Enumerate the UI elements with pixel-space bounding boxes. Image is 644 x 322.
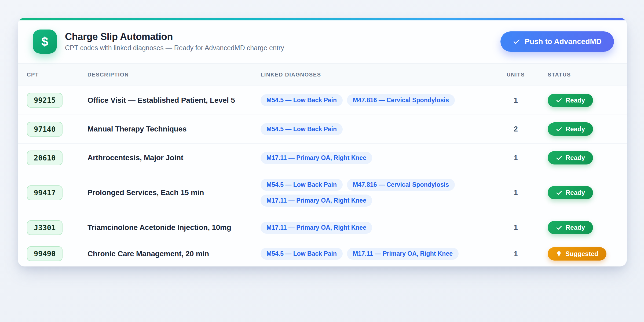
diagnosis-chip: M47.816 — Cervical Spondylosis <box>347 94 455 106</box>
procedure-description: Manual Therapy Techniques <box>87 125 261 133</box>
units-value: 1 <box>498 250 533 258</box>
push-button-label: Push to AdvancedMD <box>525 37 602 46</box>
check-icon <box>556 189 562 196</box>
header-titles: Charge Slip Automation CPT codes with li… <box>65 31 284 52</box>
table-header-row: CPT DESCRIPTION LINKED DIAGNOSES UNITS S… <box>18 63 627 86</box>
cpt-code-pill: 97140 <box>27 122 63 137</box>
linked-diagnoses-list: M54.5 — Low Back Pain <box>261 123 498 135</box>
status-badge-label: Ready <box>566 154 585 162</box>
status-badge-label: Ready <box>566 224 585 231</box>
units-value: 1 <box>498 223 533 232</box>
cpt-cell: 99490 <box>27 246 87 261</box>
status-badge-label: Ready <box>566 189 585 196</box>
linked-diagnoses-list: M54.5 — Low Back PainM47.816 — Cervical … <box>261 179 498 207</box>
linked-diagnoses-list: M17.11 — Primary OA, Right Knee <box>261 222 498 234</box>
column-header-linked-diagnoses: LINKED DIAGNOSES <box>261 72 498 78</box>
cpt-cell: J3301 <box>27 220 87 235</box>
column-header-status: STATUS <box>533 72 618 78</box>
cpt-cell: 99215 <box>27 93 87 108</box>
diagnosis-chip: M17.11 — Primary OA, Right Knee <box>261 222 372 234</box>
status-cell: Suggested <box>533 247 618 261</box>
cpt-cell: 20610 <box>27 151 87 165</box>
diagnosis-chip: M54.5 — Low Back Pain <box>261 94 343 106</box>
accent-gradient-bar <box>18 18 627 20</box>
check-icon <box>556 224 562 231</box>
status-badge: Ready <box>548 186 593 199</box>
status-badge: Suggested <box>548 247 606 261</box>
cpt-code-pill: 20610 <box>27 151 63 165</box>
page-subtitle: CPT codes with linked diagnoses — Ready … <box>65 44 284 52</box>
units-value: 1 <box>498 96 533 105</box>
table-row: 99417 Prolonged Services, Each 15 min M5… <box>18 172 627 213</box>
table-row: 20610 Arthrocentesis, Major Joint M17.11… <box>18 143 627 172</box>
table-row: 97140 Manual Therapy Techniques M54.5 — … <box>18 115 627 143</box>
procedure-description: Prolonged Services, Each 15 min <box>87 188 261 197</box>
charge-slip-card: $ Charge Slip Automation CPT codes with … <box>18 18 627 266</box>
status-cell: Ready <box>533 221 618 234</box>
cpt-code-pill: 99215 <box>27 93 63 108</box>
dollar-icon: $ <box>33 30 57 54</box>
procedure-description: Arthrocentesis, Major Joint <box>87 153 261 162</box>
check-icon <box>556 126 562 133</box>
table-row: 99490 Chronic Care Management, 20 min M5… <box>18 242 627 266</box>
card-header: $ Charge Slip Automation CPT codes with … <box>18 20 627 63</box>
check-icon <box>556 155 562 161</box>
procedure-description: Office Visit — Established Patient, Leve… <box>87 96 261 105</box>
page-title: Charge Slip Automation <box>65 31 284 42</box>
check-icon <box>556 97 562 104</box>
cpt-cell: 97140 <box>27 122 87 137</box>
diagnosis-chip: M54.5 — Low Back Pain <box>261 179 343 191</box>
status-badge: Ready <box>548 122 593 136</box>
bulb-icon <box>556 251 562 257</box>
linked-diagnoses-list: M17.11 — Primary OA, Right Knee <box>261 152 498 164</box>
diagnosis-chip: M54.5 — Low Back Pain <box>261 123 343 135</box>
linked-diagnoses-list: M54.5 — Low Back PainM17.11 — Primary OA… <box>261 248 498 260</box>
status-cell: Ready <box>533 94 618 107</box>
units-value: 1 <box>498 188 533 197</box>
status-cell: Ready <box>533 122 618 136</box>
status-badge: Ready <box>548 94 593 107</box>
units-value: 2 <box>498 125 533 133</box>
table-row: J3301 Triamcinolone Acetonide Injection,… <box>18 213 627 242</box>
status-cell: Ready <box>533 151 618 164</box>
cpt-code-pill: 99490 <box>27 246 63 261</box>
table-row: 99215 Office Visit — Established Patient… <box>18 86 627 115</box>
column-header-description: DESCRIPTION <box>87 72 261 78</box>
procedure-description: Chronic Care Management, 20 min <box>87 250 261 258</box>
diagnosis-chip: M47.816 — Cervical Spondylosis <box>347 179 455 191</box>
units-value: 1 <box>498 153 533 162</box>
column-header-units: UNITS <box>498 72 533 78</box>
cpt-code-pill: 99417 <box>27 185 63 200</box>
cpt-code-pill: J3301 <box>27 220 63 235</box>
diagnosis-chip: M17.11 — Primary OA, Right Knee <box>261 195 372 207</box>
push-to-advancedmd-button[interactable]: Push to AdvancedMD <box>500 31 614 52</box>
table-body: 99215 Office Visit — Established Patient… <box>18 86 627 266</box>
linked-diagnoses-list: M54.5 — Low Back PainM47.816 — Cervical … <box>261 94 498 106</box>
status-badge: Ready <box>548 151 593 164</box>
status-badge: Ready <box>548 221 593 234</box>
dollar-glyph: $ <box>41 34 48 49</box>
diagnosis-chip: M17.11 — Primary OA, Right Knee <box>261 152 372 164</box>
status-cell: Ready <box>533 186 618 199</box>
check-icon <box>513 38 520 45</box>
diagnosis-chip: M17.11 — Primary OA, Right Knee <box>347 248 459 260</box>
status-badge-label: Ready <box>566 125 585 133</box>
status-badge-label: Suggested <box>565 250 598 258</box>
cpt-cell: 99417 <box>27 185 87 200</box>
diagnosis-chip: M54.5 — Low Back Pain <box>261 248 343 260</box>
column-header-cpt: CPT <box>27 72 87 78</box>
status-badge-label: Ready <box>566 97 585 104</box>
procedure-description: Triamcinolone Acetonide Injection, 10mg <box>87 223 261 232</box>
